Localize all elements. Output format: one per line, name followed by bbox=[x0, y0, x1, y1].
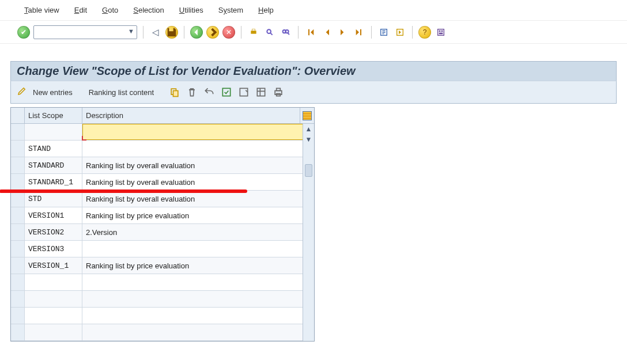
cell-description[interactable] bbox=[82, 274, 314, 290]
cell-description[interactable] bbox=[82, 291, 314, 307]
cell-list-scope[interactable]: VERSION2 bbox=[25, 224, 82, 240]
select-all-column[interactable] bbox=[11, 108, 25, 123]
configure-columns-button[interactable] bbox=[300, 108, 314, 123]
column-header-description[interactable]: Description bbox=[82, 108, 300, 123]
menu-edit[interactable]: Edit bbox=[74, 6, 87, 14]
select-all-icon[interactable] bbox=[221, 86, 232, 98]
cell-description[interactable] bbox=[82, 124, 314, 140]
cell-list-scope[interactable] bbox=[25, 308, 82, 324]
cell-description[interactable] bbox=[82, 241, 314, 257]
table-row[interactable]: VERSION1Ranking list by price evaluation bbox=[11, 207, 314, 224]
table-row[interactable]: STANDARDRanking list by overall evaluati… bbox=[11, 157, 314, 174]
row-selector[interactable] bbox=[11, 291, 25, 307]
cell-list-scope[interactable]: VERSION3 bbox=[25, 241, 82, 257]
print-view-icon[interactable] bbox=[273, 86, 284, 98]
row-selector[interactable] bbox=[11, 191, 25, 207]
save-icon[interactable] bbox=[165, 26, 178, 39]
new-entries-button[interactable]: New entries bbox=[33, 88, 73, 97]
next-page-icon[interactable] bbox=[337, 26, 349, 39]
table-row[interactable] bbox=[11, 324, 314, 341]
customize-layout-icon[interactable] bbox=[435, 26, 447, 39]
row-selector[interactable] bbox=[11, 157, 25, 173]
first-page-icon[interactable] bbox=[304, 26, 317, 39]
cell-list-scope[interactable] bbox=[25, 324, 82, 340]
nav-back-icon[interactable] bbox=[190, 26, 203, 39]
row-selector[interactable] bbox=[11, 124, 25, 140]
command-field[interactable] bbox=[33, 25, 137, 39]
svg-rect-18 bbox=[277, 88, 281, 90]
cell-description[interactable]: Ranking list by overall evaluation bbox=[82, 174, 314, 190]
cell-list-scope[interactable] bbox=[25, 291, 82, 307]
cell-list-scope[interactable] bbox=[25, 274, 82, 290]
menu-goto[interactable]: Goto bbox=[102, 6, 118, 14]
cell-list-scope[interactable]: VERSION_1 bbox=[25, 257, 82, 274]
cell-list-scope[interactable]: STAND bbox=[25, 141, 82, 157]
find-next-icon[interactable] bbox=[279, 26, 292, 39]
separator bbox=[143, 26, 143, 39]
table-row[interactable] bbox=[11, 308, 314, 324]
last-page-icon[interactable] bbox=[353, 26, 365, 39]
cell-description[interactable] bbox=[82, 324, 314, 340]
ok-enter-button[interactable]: ✔ bbox=[17, 26, 30, 39]
table-row[interactable]: STAND bbox=[11, 141, 314, 157]
ranking-list-content-button[interactable]: Ranking list content bbox=[89, 88, 154, 97]
table-row[interactable] bbox=[11, 291, 314, 308]
cancel-icon[interactable]: ✕ bbox=[222, 26, 235, 39]
change-mode-icon[interactable] bbox=[17, 86, 27, 99]
row-selector[interactable] bbox=[11, 308, 25, 324]
menu-system[interactable]: System bbox=[218, 6, 243, 14]
cell-description[interactable]: Ranking list by overall evaluation bbox=[82, 191, 314, 207]
cell-description[interactable]: Ranking list by price evaluation bbox=[82, 257, 314, 274]
cell-list-scope[interactable] bbox=[25, 124, 82, 140]
copy-as-icon[interactable] bbox=[169, 86, 180, 98]
vertical-scrollbar[interactable]: ▲ ▼ bbox=[303, 124, 314, 341]
row-selector[interactable] bbox=[11, 224, 25, 240]
row-selector[interactable] bbox=[11, 274, 25, 290]
prev-page-icon[interactable] bbox=[320, 26, 333, 39]
menu-utilities[interactable]: Utilities bbox=[179, 6, 203, 14]
help-icon[interactable]: ? bbox=[418, 26, 431, 39]
table-row[interactable]: STDRanking list by overall evaluation bbox=[11, 191, 314, 207]
row-selector[interactable] bbox=[11, 324, 25, 340]
scroll-up-icon[interactable]: ▲ bbox=[304, 124, 314, 134]
table-row[interactable]: VERSION3 bbox=[11, 241, 314, 257]
menu-selection[interactable]: Selection bbox=[133, 6, 164, 14]
cell-list-scope[interactable]: VERSION1 bbox=[25, 207, 82, 223]
shortcut-icon[interactable] bbox=[394, 26, 406, 39]
table-settings-icon[interactable] bbox=[255, 86, 267, 98]
exit-icon[interactable] bbox=[206, 26, 219, 39]
table-row[interactable] bbox=[11, 274, 314, 291]
cell-list-scope[interactable]: STANDARD bbox=[25, 157, 82, 173]
deselect-all-icon[interactable] bbox=[238, 86, 250, 98]
menu-table-view[interactable]: Table view bbox=[24, 6, 59, 14]
row-selector[interactable] bbox=[11, 141, 25, 157]
cell-description[interactable] bbox=[82, 141, 314, 157]
new-session-icon[interactable] bbox=[377, 26, 390, 39]
page-title: Change View "Scope of List for Vendor Ev… bbox=[17, 65, 356, 77]
delete-icon[interactable] bbox=[186, 86, 198, 98]
menu-help[interactable]: Help bbox=[258, 6, 274, 14]
table-row[interactable]: VERSION_1Ranking list by price evaluatio… bbox=[11, 257, 314, 274]
row-selector[interactable] bbox=[11, 241, 25, 257]
table-row[interactable]: VERSION22.Version bbox=[11, 224, 314, 241]
svg-rect-10 bbox=[441, 30, 443, 32]
cell-list-scope[interactable]: STANDARD_1 bbox=[25, 174, 82, 190]
table-row[interactable] bbox=[11, 124, 314, 141]
scroll-down-icon[interactable]: ▼ bbox=[304, 134, 314, 145]
cell-description[interactable]: 2.Version bbox=[82, 224, 314, 240]
scrollbar-thumb[interactable] bbox=[305, 164, 312, 177]
table-row[interactable]: STANDARD_1Ranking list by overall evalua… bbox=[11, 174, 314, 191]
row-selector[interactable] bbox=[11, 174, 25, 190]
find-icon[interactable] bbox=[263, 26, 276, 39]
cell-description[interactable] bbox=[82, 308, 314, 324]
undo-icon[interactable] bbox=[203, 86, 215, 98]
print-icon[interactable] bbox=[247, 26, 260, 39]
row-selector[interactable] bbox=[11, 257, 25, 274]
cell-description[interactable]: Ranking list by overall evaluation bbox=[82, 157, 314, 173]
cell-list-scope[interactable]: STD bbox=[25, 191, 82, 207]
row-selector[interactable] bbox=[11, 207, 25, 223]
back-icon[interactable]: ◁ bbox=[149, 26, 162, 39]
cell-description[interactable]: Ranking list by price evaluation bbox=[82, 207, 314, 223]
title-bar: Change View "Scope of List for Vendor Ev… bbox=[10, 61, 617, 81]
column-header-list-scope[interactable]: List Scope bbox=[25, 108, 82, 123]
